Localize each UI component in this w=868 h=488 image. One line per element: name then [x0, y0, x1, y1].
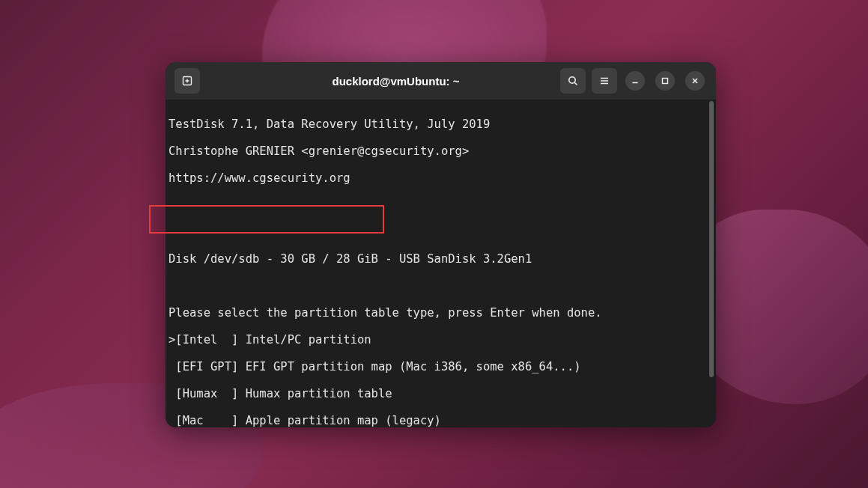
terminal-window: ducklord@vmUbuntu: ~ [166, 62, 716, 427]
blank-line [169, 279, 713, 293]
terminal-body[interactable]: TestDisk 7.1, Data Recovery Utility, Jul… [166, 100, 716, 427]
search-button[interactable] [560, 68, 586, 94]
close-button[interactable] [685, 71, 705, 91]
header-line: https://www.cgsecurity.org [169, 171, 713, 185]
svg-point-1 [569, 77, 575, 83]
prompt-line: Please select the partition table type, … [169, 306, 713, 320]
scrollbar-thumb[interactable] [709, 101, 714, 377]
disk-line: Disk /dev/sdb - 30 GB / 28 GiB - USB San… [169, 252, 713, 266]
scrollbar[interactable] [709, 101, 714, 426]
window-title: ducklord@vmUbuntu: ~ [234, 75, 557, 88]
header-line: TestDisk 7.1, Data Recovery Utility, Jul… [169, 118, 713, 131]
blank-line [169, 225, 713, 239]
header-line: Christophe GRENIER <grenier@cgsecurity.o… [169, 144, 713, 158]
hamburger-menu-button[interactable] [592, 68, 617, 94]
titlebar: ducklord@vmUbuntu: ~ [166, 62, 716, 100]
blank-line [169, 198, 713, 212]
option-mac[interactable]: [Mac ] Apple partition map (legacy) [169, 414, 713, 427]
new-tab-button[interactable] [174, 68, 200, 94]
option-humax[interactable]: [Humax ] Humax partition table [169, 387, 713, 400]
maximize-button[interactable] [655, 71, 675, 91]
svg-rect-2 [663, 79, 668, 84]
option-intel[interactable]: >[Intel ] Intel/PC partition [169, 333, 713, 347]
minimize-button[interactable] [625, 71, 645, 91]
option-efi-gpt[interactable]: [EFI GPT] EFI GPT partition map (Mac i38… [169, 360, 713, 373]
